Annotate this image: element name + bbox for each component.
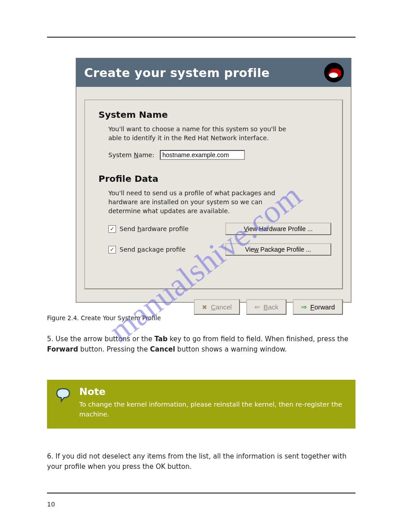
speech-bubble-icon <box>54 386 72 404</box>
ok-button-label: OK <box>156 463 166 471</box>
svg-point-1 <box>329 73 338 78</box>
dialog-titlebar: Create your system profile <box>76 58 351 87</box>
dialog-nav-buttons: Cancel Back Forward <box>76 295 351 315</box>
view-package-profile-button[interactable]: View Package Profile ... <box>225 243 331 256</box>
profile-data-heading: Profile Data <box>98 173 331 184</box>
cancel-button[interactable]: Cancel <box>194 299 240 315</box>
cancel-button-label: Cancel <box>150 345 175 353</box>
back-button[interactable]: Back <box>246 299 287 315</box>
bottom-horizontal-rule <box>47 493 355 493</box>
note-body: To change the kernel information, please… <box>79 400 347 420</box>
figure-caption: Figure 2.4. Create Your System Profile <box>47 314 161 322</box>
dialog-title: Create your system profile <box>84 66 270 80</box>
system-name-label: System Name: <box>108 151 154 159</box>
note-title: Note <box>79 386 347 397</box>
top-horizontal-rule <box>47 37 355 38</box>
instruction-step-6: 6. If you did not deselect any items fro… <box>47 451 355 472</box>
cancel-icon <box>202 303 207 311</box>
instruction-step-5: 5. Use the arrow buttons or the Tab key … <box>47 334 355 355</box>
send-package-checkbox[interactable]: ✓ Send package profile <box>108 246 214 253</box>
view-hardware-profile-button[interactable]: View Hardware Profile ... <box>225 223 331 235</box>
create-profile-dialog: Create your system profile System Name Y… <box>76 58 351 303</box>
page-number: 10 <box>47 501 55 508</box>
system-name-helper: You'll want to choose a name for this sy… <box>108 124 296 143</box>
checkmark-icon: ✓ <box>108 225 116 233</box>
system-name-field-row: System Name: <box>108 150 331 160</box>
arrow-right-icon <box>301 303 307 311</box>
checkmark-icon: ✓ <box>108 246 116 253</box>
dialog-content-panel: System Name You'll want to choose a name… <box>84 99 343 289</box>
profile-data-helper: You'll need to send us a profile of what… <box>108 189 296 216</box>
redhat-shadowman-icon <box>323 62 345 83</box>
system-name-heading: System Name <box>98 109 331 120</box>
profile-checks-grid: ✓ Send hardware profile View Hardware Pr… <box>108 223 331 256</box>
system-name-input[interactable] <box>160 150 245 160</box>
send-hardware-checkbox[interactable]: ✓ Send hardware profile <box>108 225 214 233</box>
forward-button-label: Forward <box>47 345 78 353</box>
forward-button[interactable]: Forward <box>293 299 343 315</box>
tab-key-label: Tab <box>154 335 167 343</box>
note-callout: Note To change the kernel information, p… <box>47 380 355 429</box>
arrow-left-icon <box>254 303 260 311</box>
